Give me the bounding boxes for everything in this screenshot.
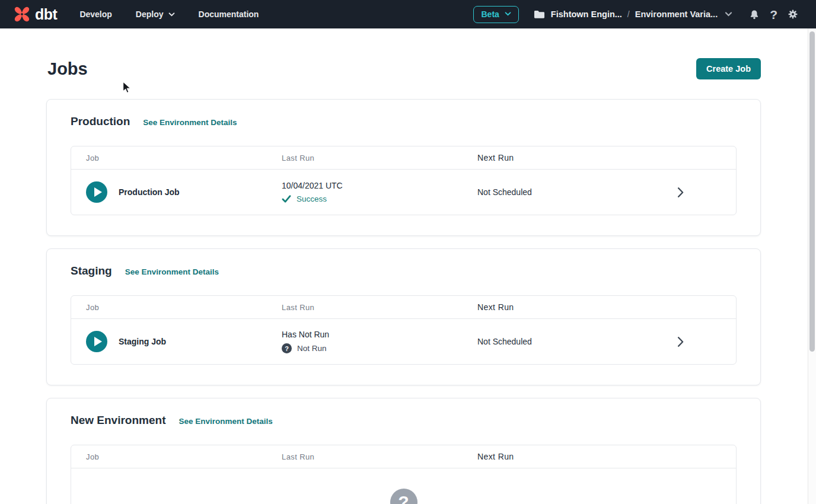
scrollbar[interactable]: [808, 28, 816, 504]
environment-header: New Environment See Environment Details: [71, 414, 737, 427]
play-icon: [94, 187, 102, 197]
folder-icon: [534, 9, 545, 19]
next-run-cell: Not Scheduled: [477, 187, 677, 197]
job-row-production[interactable]: Production Job 10/04/2021 UTC Success No…: [71, 170, 736, 215]
nav-item-develop[interactable]: Develop: [79, 9, 111, 19]
column-header-last-run: Last Run: [282, 452, 477, 461]
chevron-right-icon[interactable]: [677, 337, 684, 347]
column-header-last-run: Last Run: [282, 303, 477, 312]
last-run-status: ? Not Run: [282, 343, 477, 353]
nav-item-deploy[interactable]: Deploy: [136, 9, 175, 19]
main-content: Jobs Create Job Production See Environme…: [0, 58, 816, 504]
beta-label: Beta: [481, 9, 499, 19]
next-run-cell: Not Scheduled: [477, 337, 677, 346]
scrollbar-thumb[interactable]: [809, 31, 815, 352]
job-cell: Staging Job: [71, 331, 282, 352]
job-name: Production Job: [119, 187, 180, 197]
breadcrumb-project[interactable]: Fishtown Engin...: [551, 9, 622, 19]
help-icon: ?: [770, 8, 777, 21]
jobs-table: Job Last Run Next Run Production Job 10/…: [71, 146, 737, 215]
column-header-next-run: Next Run: [477, 302, 736, 312]
empty-jobs-state: ?: [71, 468, 736, 504]
environment-title: Staging: [71, 264, 112, 277]
gear-icon: [788, 9, 798, 20]
environment-header: Production See Environment Details: [71, 115, 737, 128]
column-header-next-run: Next Run: [477, 452, 736, 461]
environment-title: New Environment: [71, 414, 165, 427]
bell-icon: [749, 9, 760, 20]
notifications-button[interactable]: [749, 9, 760, 20]
status-label: Not Run: [297, 344, 327, 353]
last-run-cell: Has Not Run ? Not Run: [282, 330, 477, 353]
page-header: Jobs Create Job: [46, 58, 761, 79]
column-header-job: Job: [71, 452, 282, 461]
see-environment-details-link[interactable]: See Environment Details: [179, 417, 272, 426]
job-cell: Production Job: [71, 181, 282, 203]
dbt-logo-icon: [13, 5, 31, 23]
chevron-right-icon[interactable]: [677, 187, 684, 197]
status-label: Success: [297, 194, 327, 203]
last-run-cell: 10/04/2021 UTC Success: [282, 181, 477, 203]
table-header-row: Job Last Run Next Run: [71, 445, 736, 468]
breadcrumb[interactable]: Fishtown Engin... / Environment Varia...: [534, 9, 732, 19]
environment-card-production: Production See Environment Details Job L…: [46, 99, 761, 236]
dbt-logo-text: dbt: [35, 6, 57, 23]
run-job-button[interactable]: [86, 331, 107, 352]
see-environment-details-link[interactable]: See Environment Details: [143, 118, 237, 127]
page-title: Jobs: [46, 59, 88, 79]
job-row-staging[interactable]: Staging Job Has Not Run ? Not Run Not Sc…: [71, 319, 736, 364]
top-nav: dbt Develop Deploy Documentation Beta: [0, 0, 816, 28]
create-job-button[interactable]: Create Job: [696, 58, 761, 79]
dbt-logo[interactable]: dbt: [13, 5, 57, 23]
environment-title: Production: [71, 115, 130, 128]
run-job-button[interactable]: [86, 181, 107, 203]
table-header-row: Job Last Run Next Run: [71, 296, 736, 319]
play-icon: [94, 337, 102, 346]
beta-dropdown[interactable]: Beta: [473, 6, 518, 23]
environment-card-new-environment: New Environment See Environment Details …: [46, 398, 761, 504]
question-circle-icon: ?: [282, 343, 292, 353]
jobs-table: Job Last Run Next Run Staging Job Has No…: [71, 295, 737, 365]
last-run-status: Success: [282, 194, 477, 203]
see-environment-details-link[interactable]: See Environment Details: [125, 267, 219, 276]
column-header-job: Job: [71, 303, 282, 312]
help-button[interactable]: ?: [770, 8, 777, 21]
question-circle-icon: ?: [390, 489, 417, 504]
nav-icon-group: ?: [749, 8, 798, 21]
nav-item-documentation[interactable]: Documentation: [199, 9, 259, 19]
nav-item-label: Deploy: [136, 9, 164, 19]
column-header-next-run: Next Run: [477, 153, 736, 162]
chevron-down-icon: [505, 12, 511, 16]
chevron-down-icon: [168, 12, 175, 17]
nav-right-section: Beta Fishtown Engin... / Environment Var…: [473, 6, 798, 23]
job-name: Staging Job: [119, 337, 166, 346]
jobs-table: Job Last Run Next Run ?: [71, 445, 737, 504]
environment-header: Staging See Environment Details: [71, 264, 737, 277]
breadcrumb-separator: /: [627, 9, 630, 19]
environment-card-staging: Staging See Environment Details Job Last…: [46, 248, 761, 385]
primary-nav: Develop Deploy Documentation: [79, 9, 259, 19]
chevron-down-icon[interactable]: [725, 12, 732, 17]
nav-item-label: Develop: [79, 9, 111, 19]
last-run-date: Has Not Run: [282, 330, 477, 339]
app-window: dbt Develop Deploy Documentation Beta: [0, 0, 816, 504]
check-icon: [282, 195, 291, 203]
settings-button[interactable]: [788, 9, 798, 20]
column-header-last-run: Last Run: [282, 154, 477, 162]
column-header-job: Job: [71, 154, 282, 162]
breadcrumb-page[interactable]: Environment Varia...: [635, 9, 718, 19]
last-run-date: 10/04/2021 UTC: [282, 181, 477, 190]
table-header-row: Job Last Run Next Run: [71, 146, 736, 170]
nav-item-label: Documentation: [199, 9, 259, 19]
